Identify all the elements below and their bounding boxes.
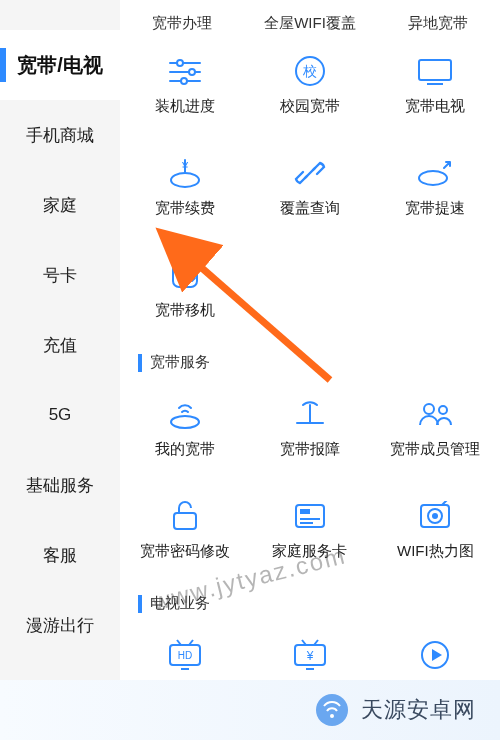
item-label: 家庭服务卡 [272, 542, 347, 561]
sidebar-item-label: 家庭 [43, 194, 77, 217]
item-member-manage[interactable]: 宽带成员管理 [373, 394, 498, 478]
item-label: 装机进度 [155, 97, 215, 116]
sidebar: 宽带/电视 手机商城 家庭 号卡 充值 5G 基础服务 客服 漫游出行 政企业务 [0, 0, 120, 740]
svg-rect-22 [174, 513, 196, 529]
sidebar-item-label: 漫游出行 [26, 614, 94, 637]
section-title: 宽带服务 [150, 353, 210, 372]
sidebar-item-sim-card[interactable]: 号卡 [0, 240, 120, 310]
svg-point-21 [439, 406, 447, 414]
item-install-progress[interactable]: 装机进度 [122, 51, 247, 135]
section-bar-icon [138, 354, 142, 372]
section-bar-icon [138, 595, 142, 613]
item-change-password[interactable]: 宽带密码修改 [122, 496, 247, 580]
item-campus-broadband[interactable]: 校 校园宽带 [247, 51, 372, 135]
grid-section-0: 装机进度 校 校园宽带 宽带电视 ¥ 宽带续费 [120, 43, 500, 339]
item-broadband-tv[interactable]: 宽带电视 [373, 51, 498, 135]
item-label: 宽带电视 [405, 97, 465, 116]
toplink-broadband-apply[interactable]: 宽带办理 [152, 14, 212, 33]
sidebar-item-phone-mall[interactable]: 手机商城 [0, 100, 120, 170]
members-icon [415, 394, 455, 434]
item-broadband-renew[interactable]: ¥ 宽带续费 [122, 153, 247, 237]
item-label: WIFI热力图 [397, 542, 474, 561]
lock-icon [165, 496, 205, 536]
item-label: 我的宽带 [155, 440, 215, 459]
svg-point-17 [171, 416, 199, 428]
play-icon [415, 635, 455, 675]
svg-text:校: 校 [302, 63, 317, 79]
service-card-icon [290, 496, 330, 536]
toplink-remote-broadband[interactable]: 异地宽带 [408, 14, 468, 33]
section-title: 电视业务 [150, 594, 210, 613]
item-label: 宽带续费 [155, 199, 215, 218]
item-broadband-speedup[interactable]: 宽带提速 [373, 153, 498, 237]
sidebar-item-basic-services[interactable]: 基础服务 [0, 450, 120, 520]
link-icon [290, 153, 330, 193]
antenna-icon [290, 394, 330, 434]
renew-icon: ¥ [165, 153, 205, 193]
item-wifi-heatmap[interactable]: WIFI热力图 [373, 496, 498, 580]
item-label: 覆盖查询 [280, 199, 340, 218]
svg-point-1 [177, 60, 183, 66]
heatmap-icon [415, 496, 455, 536]
section-header-tv-service: 电视业务 [120, 580, 500, 627]
svg-marker-41 [432, 649, 442, 661]
sidebar-item-recharge[interactable]: 充值 [0, 310, 120, 380]
sidebar-item-label: 客服 [43, 544, 77, 567]
app-root: 宽带/电视 手机商城 家庭 号卡 充值 5G 基础服务 客服 漫游出行 政企业务… [0, 0, 500, 740]
svg-point-49 [330, 714, 334, 718]
footer: 天源安卓网 [0, 680, 500, 740]
svg-point-10 [171, 173, 199, 187]
main-panel: 宽带办理 全屋WIFI覆盖 异地宽带 装机进度 校 校园宽带 [120, 0, 500, 740]
svg-point-28 [432, 513, 438, 519]
svg-point-48 [316, 694, 348, 726]
item-label: 宽带成员管理 [390, 440, 480, 459]
item-coverage-query[interactable]: 覆盖查询 [247, 153, 372, 237]
svg-line-13 [305, 168, 315, 178]
sidebar-item-customer-service[interactable]: 客服 [0, 520, 120, 590]
item-label: 宽带提速 [405, 199, 465, 218]
footer-logo-icon [315, 693, 349, 727]
svg-text:¥: ¥ [306, 649, 314, 663]
sidebar-item-label: 宽带/电视 [17, 52, 103, 79]
sidebar-item-label: 5G [49, 405, 72, 425]
move-icon [165, 255, 205, 295]
sidebar-item-5g[interactable]: 5G [0, 380, 120, 450]
item-label: 宽带密码修改 [140, 542, 230, 561]
top-links-row: 宽带办理 全屋WIFI覆盖 异地宽带 [120, 10, 500, 43]
svg-point-20 [424, 404, 434, 414]
svg-text:HD: HD [177, 650, 191, 661]
sliders-icon [165, 51, 205, 91]
item-my-broadband[interactable]: 我的宽带 [122, 394, 247, 478]
svg-text:¥: ¥ [181, 160, 189, 172]
item-report-fault[interactable]: 宽带报障 [247, 394, 372, 478]
toplink-whole-home-wifi[interactable]: 全屋WIFI覆盖 [264, 14, 356, 33]
svg-point-3 [189, 69, 195, 75]
item-label: 宽带报障 [280, 440, 340, 459]
sidebar-item-label: 手机商城 [26, 124, 94, 147]
footer-text: 天源安卓网 [361, 695, 476, 725]
speedup-icon [415, 153, 455, 193]
tv-renew-icon: ¥ [290, 635, 330, 675]
grid-section-1: 我的宽带 宽带报障 宽带成员管理 宽带密码修改 [120, 386, 500, 580]
sidebar-item-roaming-travel[interactable]: 漫游出行 [0, 590, 120, 660]
sidebar-item-label: 充值 [43, 334, 77, 357]
svg-point-16 [179, 269, 185, 275]
svg-point-5 [181, 78, 187, 84]
sidebar-item-broadband-tv[interactable]: 宽带/电视 [0, 30, 120, 100]
sidebar-item-family[interactable]: 家庭 [0, 170, 120, 240]
sidebar-item-label: 号卡 [43, 264, 77, 287]
item-family-service-card[interactable]: 家庭服务卡 [247, 496, 372, 580]
tv-icon [415, 51, 455, 91]
section-header-broadband-service: 宽带服务 [120, 339, 500, 386]
hd-tv-icon: HD [165, 635, 205, 675]
svg-point-14 [419, 171, 447, 185]
item-label: 宽带移机 [155, 301, 215, 320]
router-icon [165, 394, 205, 434]
item-label: 校园宽带 [280, 97, 340, 116]
svg-rect-8 [419, 60, 451, 80]
campus-icon: 校 [290, 51, 330, 91]
svg-rect-24 [300, 509, 310, 514]
item-broadband-move[interactable]: 宽带移机 [122, 255, 247, 339]
sidebar-item-label: 基础服务 [26, 474, 94, 497]
